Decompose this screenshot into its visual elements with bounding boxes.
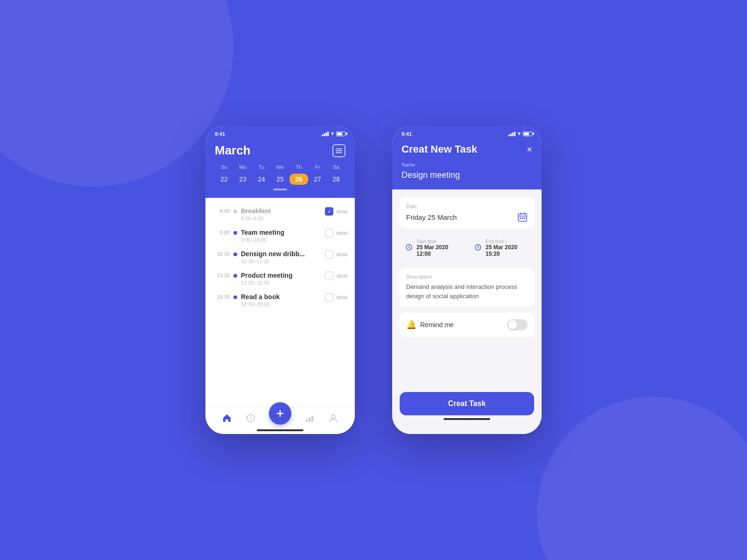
task-info: Breakfast 8:00–8:30 [241,207,321,221]
date-row: Friday 25 March [406,212,528,222]
task-info: Product meeting 13:30–15:30 [241,272,321,286]
task-actions: detal [325,207,347,216]
task-checkbox[interactable] [325,250,333,259]
task-time: 13:30 [213,272,230,278]
day-sa: Sa [327,164,345,170]
task-time-range: 10:30–11:30 [241,259,321,264]
add-task-fab[interactable] [269,402,291,425]
date-label: Date [406,203,528,209]
date-picker-icon[interactable] [517,212,528,222]
date-value[interactable]: Friday 25 March [406,213,457,221]
description-card: Description Demand analysis and interact… [400,267,534,307]
month-row: March [215,143,345,158]
close-button[interactable]: × [527,144,532,155]
description-label: Description [406,274,528,280]
clock-nav-icon[interactable] [245,413,256,424]
battery-icon [336,132,345,136]
chart-nav-icon[interactable] [304,413,315,424]
task-info: Team meeting 9:00–10:00 [241,229,321,243]
time-cards: Start time 25 Mar 2020 12:00 End time 25… [400,234,534,262]
task-name: Team meeting [241,229,321,236]
start-time-value: 25 Mar 2020 12:00 [416,244,459,257]
task-name-value[interactable]: Design meeting [402,170,532,180]
svg-rect-6 [520,217,521,219]
task-checkbox[interactable] [325,207,333,216]
svg-rect-1 [306,419,308,422]
end-time-content: End time 25 Mar 2020 15:20 [486,239,529,257]
remind-row: 🔔 Remind me [406,319,528,330]
day-mo: Mo [233,164,252,170]
task-time: 8:00 [213,207,230,214]
date-23[interactable]: 23 [233,174,252,185]
home-bar [257,429,303,431]
end-time-icon [474,244,482,252]
start-time-card[interactable]: Start time 25 Mar 2020 12:00 [400,234,465,262]
date-27[interactable]: 27 [308,174,327,185]
day-fr: Fr [308,164,327,170]
task-checkbox[interactable] [325,293,333,301]
task-time: 18:30 [213,293,230,300]
task-checkbox[interactable] [325,229,333,237]
svg-rect-3 [311,416,313,422]
description-value[interactable]: Demand analysis and interaction process … [406,282,528,301]
task-time-range: 8:00–8:30 [241,216,321,221]
schedule-list: 8:00 Breakfast 8:00–8:30 detal 9:00 Team… [205,198,355,406]
remind-toggle[interactable] [507,319,528,330]
calendar-icon[interactable] [332,144,345,157]
day-su: Su [215,164,233,170]
home-nav-icon[interactable] [221,413,233,424]
task-name: Densign new dribb... [241,250,321,258]
profile-nav-icon[interactable] [328,413,339,424]
task-detail-link[interactable]: detal [336,230,347,236]
svg-point-4 [331,415,335,419]
task-info: Densign new dribb... 10:30–11:30 [241,250,321,264]
month-title: March [215,143,251,158]
create-task-header: Creat New Task × Name Design meeting [392,140,542,189]
list-item: 13:30 Product meeting 13:30–15:30 detal [205,268,355,289]
date-28[interactable]: 28 [327,174,345,185]
task-detail-link[interactable]: detal [336,294,347,300]
phone-create-task: 9:41 ▾ Creat New Task × Name Design meet… [392,126,542,434]
task-dot [233,274,237,278]
remind-text: Remind me [420,321,454,329]
end-time-value: 25 Mar 2020 15:20 [486,244,529,257]
task-detail-link[interactable]: detal [336,273,347,279]
status-bar-2: 9:41 ▾ [392,126,542,140]
bottom-nav [205,406,355,434]
home-bar-2 [444,418,490,420]
week-dates-row[interactable]: 22 23 24 25 26 27 28 [215,174,345,185]
signal-icon [322,132,329,136]
svg-rect-2 [309,417,310,422]
task-detail-link[interactable]: detal [336,252,347,257]
end-time-card[interactable]: End time 25 Mar 2020 15:20 [469,234,534,262]
phone-calendar: 9:41 ▾ March Su Mo T [205,126,355,434]
task-time: 10:30 [213,250,230,257]
task-name: Product meeting [241,272,321,279]
svg-rect-8 [524,217,525,219]
start-time-icon [405,244,413,252]
date-25[interactable]: 25 [271,174,289,185]
task-detail-link[interactable]: detal [336,209,347,214]
task-info: Read a book 18:30–20:00 [241,293,321,307]
create-task-button[interactable]: Creat Task [400,392,534,415]
wifi-icon: ▾ [518,131,521,137]
status-time-2: 9:41 [402,131,412,137]
remind-card: 🔔 Remind me [400,313,534,337]
task-checkbox[interactable] [325,272,333,280]
date-card: Date Friday 25 March [400,197,534,229]
task-name: Read a book [241,293,321,301]
bell-icon: 🔔 [406,320,416,330]
task-actions: detal [325,229,347,237]
date-24[interactable]: 24 [252,174,271,185]
list-item: 9:00 Team meeting 9:00–10:00 detal [205,225,355,246]
date-22[interactable]: 22 [215,174,233,185]
battery-icon [523,132,532,136]
list-item: 18:30 Read a book 18:30–20:00 detal [205,289,355,311]
task-actions: detal [325,250,347,259]
task-actions: detal [325,272,347,280]
start-time-label: Start time [416,239,459,244]
name-field-label: Name [402,162,532,168]
date-26-active[interactable]: 26 [289,174,308,185]
task-dot [233,252,237,256]
task-time-range: 18:30–20:00 [241,301,321,307]
